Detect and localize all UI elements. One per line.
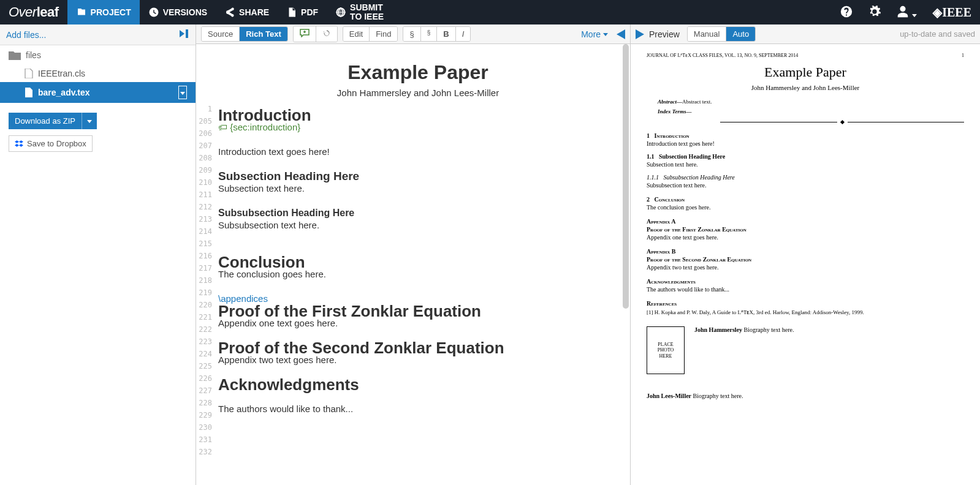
history-icon[interactable] <box>316 26 337 42</box>
gear-icon[interactable] <box>860 5 889 20</box>
save-status: up-to-date and saved <box>900 29 975 39</box>
editor-scrollbar[interactable] <box>623 44 629 309</box>
bold-button[interactable]: B <box>437 27 455 41</box>
subsection-button[interactable]: § <box>421 27 438 41</box>
user-icon[interactable] <box>889 5 924 20</box>
collapse-sidebar-icon[interactable] <box>178 29 189 40</box>
sidebar: Add files... files IEEEtran.cls bare_adv… <box>0 24 196 485</box>
preview-pane: Preview Manual Auto up-to-date and saved… <box>631 24 980 485</box>
source-tab[interactable]: Source <box>202 27 240 41</box>
download-zip-menu[interactable] <box>82 113 97 129</box>
doc-title[interactable]: Example Paper <box>218 61 618 84</box>
logo[interactable]: Overleaf <box>0 4 67 20</box>
file-ieeetran[interactable]: IEEEtran.cls <box>0 65 196 82</box>
doc-authors[interactable]: John Hammersley and John Lees-Miller <box>218 88 618 98</box>
line-gutter: 1205206207208209210211212213214215216217… <box>196 44 216 485</box>
nav-submit[interactable]: SUBMITTO IEEE <box>327 0 392 24</box>
nav-versions[interactable]: VERSIONS <box>140 0 216 24</box>
nav-share[interactable]: SHARE <box>216 0 278 24</box>
editor-toolbar: Source Rich Text Edit Find § § B I More <box>196 24 630 44</box>
preview-label: Preview <box>649 29 680 39</box>
editor-pane: Source Rich Text Edit Find § § B I More <box>196 24 631 485</box>
save-dropbox-button[interactable]: Save to Dropbox <box>9 135 93 152</box>
edit-button[interactable]: Edit <box>343 27 370 41</box>
add-files[interactable]: Add files... <box>6 30 46 40</box>
folder-files[interactable]: files <box>0 45 196 65</box>
italic-button[interactable]: I <box>456 27 471 41</box>
expand-preview-icon[interactable] <box>636 29 644 39</box>
topbar: Overleaf PROJECT VERSIONS SHARE PDF SUBM… <box>0 0 980 24</box>
file-bare-adv[interactable]: bare_adv.tex <box>0 82 196 103</box>
file-menu-icon[interactable] <box>178 86 187 99</box>
help-icon[interactable] <box>832 5 860 20</box>
manual-button[interactable]: Manual <box>688 27 727 41</box>
nav-pdf[interactable]: PDF <box>278 0 327 24</box>
collapse-editor-icon[interactable] <box>617 29 625 39</box>
auto-button[interactable]: Auto <box>726 27 755 41</box>
more-button[interactable]: More <box>577 29 612 39</box>
download-zip-button[interactable]: Download as ZIP <box>9 113 82 129</box>
ieee-logo[interactable]: ◈IEEE <box>924 5 980 20</box>
nav-project[interactable]: PROJECT <box>67 0 140 24</box>
editor-body[interactable]: 1205206207208209210211212213214215216217… <box>196 44 630 485</box>
pdf-preview[interactable]: JOURNAL OF LᴬTᴇX CLASS FILES, VOL. 13, N… <box>631 44 980 485</box>
svg-rect-1 <box>186 29 188 38</box>
richtext-tab[interactable]: Rich Text <box>240 27 287 41</box>
section-button[interactable]: § <box>403 27 420 41</box>
find-button[interactable]: Find <box>370 27 397 41</box>
add-comment-icon[interactable] <box>294 26 316 42</box>
bio-photo-placeholder: PLACE PHOTO HERE <box>647 326 685 374</box>
